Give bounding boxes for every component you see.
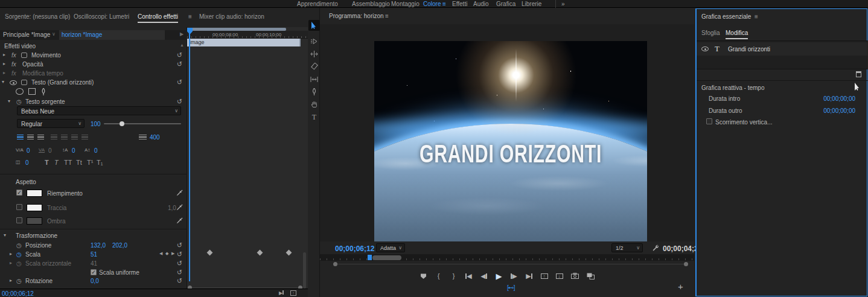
essential-graphics-title[interactable]: Grafica essenziale	[701, 13, 751, 20]
scala-uniforme-checkbox[interactable]: ✓	[91, 269, 97, 275]
reset-rotazione-icon[interactable]: ↺	[177, 277, 182, 285]
pen-tool[interactable]	[308, 86, 320, 97]
font-style-dropdown[interactable]: Regular ∨	[17, 119, 85, 128]
expand-icon[interactable]: ▸	[10, 251, 12, 257]
next-keyframe-icon[interactable]: ▶	[171, 251, 174, 256]
layer-row[interactable]: T Grandi orizzonti	[697, 42, 867, 56]
program-monitor-title[interactable]: Programma: horizon	[329, 13, 384, 19]
lift-button[interactable]: ↑	[541, 273, 548, 279]
workspace-tab-montaggio[interactable]: Montaggio	[391, 1, 420, 7]
new-layer-icon[interactable]	[856, 71, 861, 77]
layer-visibility-eye-icon[interactable]	[701, 46, 709, 51]
nav-left-handle[interactable]	[333, 262, 337, 266]
keyframe-diamond[interactable]	[257, 250, 263, 256]
timeline-clip[interactable]: image	[187, 39, 301, 46]
fill-eyedropper-icon[interactable]	[176, 190, 183, 196]
faux-italic-icon[interactable]: T	[54, 159, 59, 166]
ellipse-mask-icon[interactable]	[16, 88, 24, 95]
stroke-eyedropper-icon[interactable]	[176, 204, 183, 211]
keyframe-diamond[interactable]	[286, 250, 292, 256]
roll-checkbox[interactable]	[706, 118, 712, 124]
collapse-icon[interactable]: ▾	[8, 98, 10, 104]
reset-posizione-icon[interactable]: ↺	[177, 241, 182, 249]
workspace-tab-assemblaggio[interactable]: Assemblaggio	[352, 1, 390, 7]
type-tool[interactable]: T	[308, 112, 320, 123]
slip-tool[interactable]	[308, 74, 320, 85]
align-left-icon[interactable]	[17, 135, 24, 140]
track-select-forward-tool[interactable]	[308, 36, 320, 46]
current-timecode[interactable]: 00;00;06;12	[2, 290, 34, 297]
program-panel-menu-icon[interactable]: ≡	[385, 13, 389, 19]
stroke-checkbox[interactable]	[16, 204, 22, 210]
settings-wrench-icon[interactable]	[652, 244, 659, 251]
tracking-value[interactable]: 400	[150, 134, 160, 141]
layer-label[interactable]: Grandi orizzonti	[728, 46, 770, 53]
reset-opacita-icon[interactable]: ↺	[177, 60, 182, 68]
justify-last-left-icon[interactable]	[51, 135, 57, 140]
justify-last-center-icon[interactable]	[61, 135, 68, 140]
mark-out-button[interactable]: }	[450, 272, 458, 279]
go-to-in-button[interactable]: ◀	[465, 272, 473, 280]
expand-icon[interactable]: ▸	[3, 61, 5, 66]
font-size-value[interactable]: 100	[91, 121, 101, 127]
play-icon[interactable]: ▶	[279, 290, 284, 296]
small-caps-icon[interactable]: Tt	[76, 159, 82, 166]
all-caps-icon[interactable]: TT	[64, 159, 72, 166]
panel-menu-icon[interactable]: ≡	[188, 13, 192, 20]
posizione-y-value[interactable]: 202,0	[112, 242, 127, 249]
extract-button[interactable]: ↓	[556, 273, 563, 279]
add-keyframe-icon[interactable]: ◆	[165, 251, 168, 256]
nav-track[interactable]	[337, 264, 687, 264]
reset-testo-icon[interactable]: ↺	[177, 78, 182, 86]
font-size-slider-handle[interactable]	[120, 121, 124, 126]
collapse-icon[interactable]: ▾	[4, 232, 6, 238]
subscript-icon[interactable]: T₁	[97, 159, 103, 166]
timeline-playhead-line[interactable]	[189, 28, 190, 281]
baseline-shift-value[interactable]: 0	[94, 147, 98, 154]
program-video-frame[interactable]: GRANDI ORIZZONTI	[374, 41, 647, 241]
zoom-level-dropdown[interactable]: Adatta ∨	[376, 243, 405, 252]
workspace-tab-audio[interactable]: Audio	[473, 1, 489, 7]
button-editor-button[interactable]: +	[678, 281, 683, 292]
step-back-button[interactable]: ◀	[480, 272, 488, 280]
row-arrow-icon[interactable]: ▶	[180, 31, 183, 37]
scrub-zoom-handle[interactable]	[372, 255, 401, 260]
add-marker-button[interactable]	[420, 273, 427, 279]
effect-row-movimento[interactable]: ▸ fx Movimento ↺	[0, 51, 187, 60]
rotazione-value[interactable]: 0,0	[91, 278, 99, 284]
reset-movimento-icon[interactable]: ↺	[177, 51, 182, 59]
leading-value[interactable]: 0	[72, 147, 75, 154]
play-button[interactable]: ▶	[496, 272, 503, 281]
ripple-edit-tool[interactable]	[308, 48, 320, 59]
effect-row-testo[interactable]: ▾ Testo (Grandi orizzonti) ↺	[0, 78, 187, 87]
stroke-width-value[interactable]: 1,0	[168, 205, 176, 211]
tab-sfoglia[interactable]: Sfoglia	[701, 30, 720, 36]
keyframe-diamond[interactable]	[207, 250, 213, 256]
program-playhead-marker[interactable]	[368, 255, 372, 260]
razor-tool[interactable]	[308, 61, 320, 72]
workspace-menu-icon[interactable]: ≡	[442, 1, 446, 7]
mark-in-button[interactable]: {	[435, 272, 442, 279]
tsume-value[interactable]: 0	[25, 159, 29, 166]
font-family-dropdown[interactable]: Bebas Neue ∨	[17, 106, 181, 115]
font-size-slider[interactable]	[104, 123, 181, 124]
trasformazione-header[interactable]: ▾ Trasformazione	[0, 232, 187, 240]
justify-all-icon[interactable]	[81, 135, 88, 140]
collapse-icon[interactable]: ▾	[2, 79, 4, 85]
align-right-icon[interactable]	[37, 135, 44, 140]
playback-resolution-dropdown[interactable]: 1/2 ∨	[611, 243, 643, 252]
prev-keyframe-icon[interactable]: ◀	[159, 251, 162, 256]
posizione-x-value[interactable]: 132,0	[91, 242, 106, 249]
justify-last-right-icon[interactable]	[71, 135, 78, 140]
workspace-tab-effetti[interactable]: Effetti	[452, 1, 467, 7]
fill-color-swatch[interactable]	[27, 190, 42, 197]
stopwatch-icon[interactable]: ◷	[16, 98, 22, 105]
tracking2-value[interactable]: 0	[48, 147, 52, 154]
workspace-tab-grafica[interactable]: Grafica	[496, 1, 515, 7]
selection-tool[interactable]	[308, 20, 320, 31]
sequence-clip-selector[interactable]: horizon *Image	[62, 31, 102, 38]
rect-mask-icon[interactable]	[28, 88, 36, 95]
outro-duration-value[interactable]: 00;00;00;00	[823, 107, 855, 114]
superscript-icon[interactable]: T¹	[87, 159, 93, 166]
expand-icon[interactable]: ▸	[10, 278, 12, 283]
